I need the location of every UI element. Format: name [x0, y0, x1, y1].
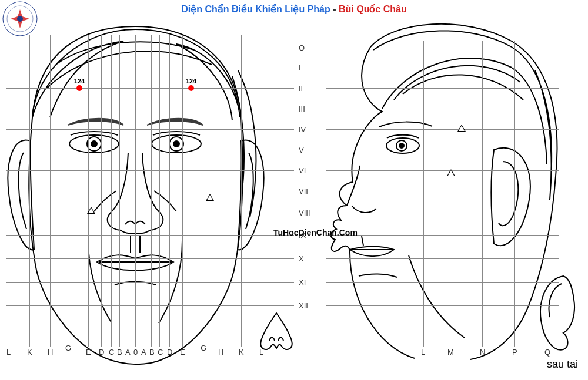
- svg-point-5: [91, 141, 97, 147]
- row-label-XII: XII: [299, 301, 308, 310]
- col-label-D-l: D: [99, 348, 104, 357]
- front-face-illustration: [0, 18, 294, 370]
- svg-point-11: [399, 143, 404, 148]
- col-label-E-r: E: [180, 348, 185, 357]
- triangle-marker-icon: [447, 169, 455, 176]
- point-124-left: [76, 85, 82, 91]
- behind-ear-label: sau tai: [547, 358, 578, 371]
- side-col-N: N: [480, 348, 485, 357]
- title-author: Bùi Quốc Châu: [339, 4, 407, 14]
- row-label-X: X: [299, 254, 304, 263]
- side-col-Q: Q: [544, 348, 550, 357]
- col-label-K-r: K: [239, 348, 244, 357]
- page-title: Diện Chẩn Điều Khiển Liệu Pháp - Bùi Quố…: [0, 4, 588, 15]
- triangle-marker-icon: [87, 207, 95, 214]
- diagram-stage: O I II III IV V VI VII VIII IX X XI XII …: [0, 18, 588, 380]
- col-label-K-l: K: [27, 348, 32, 357]
- behind-ear-illustration: [535, 273, 582, 355]
- col-label-L-r: L: [259, 348, 263, 357]
- col-label-B-l: B: [117, 348, 122, 357]
- side-col-P: P: [512, 348, 517, 357]
- col-label-G-r: G: [201, 344, 206, 352]
- triangle-marker-icon: [457, 125, 466, 132]
- title-separator: -: [330, 4, 339, 14]
- row-label-XI: XI: [299, 278, 306, 287]
- title-method: Diện Chẩn Điều Khiển Liệu Pháp: [181, 4, 330, 14]
- row-label-I: I: [299, 63, 301, 72]
- row-label-O: O: [299, 43, 305, 52]
- col-label-0: 0: [133, 348, 138, 357]
- col-label-C-l: C: [109, 348, 114, 357]
- row-label-II: II: [299, 84, 303, 93]
- col-label-A-l: A: [125, 348, 131, 357]
- row-label-III: III: [299, 105, 305, 113]
- side-face-illustration: [318, 18, 564, 370]
- col-label-E-l: E: [86, 348, 91, 357]
- side-col-L: L: [421, 348, 425, 357]
- point-124-right: [188, 85, 194, 91]
- col-label-D-r: D: [167, 348, 172, 357]
- col-label-H-l: H: [48, 348, 53, 357]
- row-label-VII: VII: [299, 187, 308, 196]
- col-label-B-r: B: [149, 348, 155, 357]
- row-label-V: V: [299, 146, 304, 154]
- col-label-C-r: C: [158, 348, 163, 357]
- row-label-IV: IV: [299, 125, 306, 134]
- triangle-marker-icon: [206, 194, 214, 201]
- watermark-text: TuHocDienChan.Com: [273, 228, 358, 237]
- point-124-left-label: 124: [74, 78, 85, 85]
- side-col-M: M: [447, 348, 454, 357]
- row-label-VIII: VIII: [299, 209, 310, 217]
- col-label-A-r: A: [141, 348, 146, 357]
- col-label-L-l: L: [6, 348, 11, 357]
- col-label-H-r: H: [218, 348, 223, 357]
- row-label-VI: VI: [299, 166, 306, 175]
- point-124-right-label: 124: [186, 78, 196, 85]
- col-label-G-l: G: [65, 344, 71, 352]
- svg-point-8: [173, 141, 179, 147]
